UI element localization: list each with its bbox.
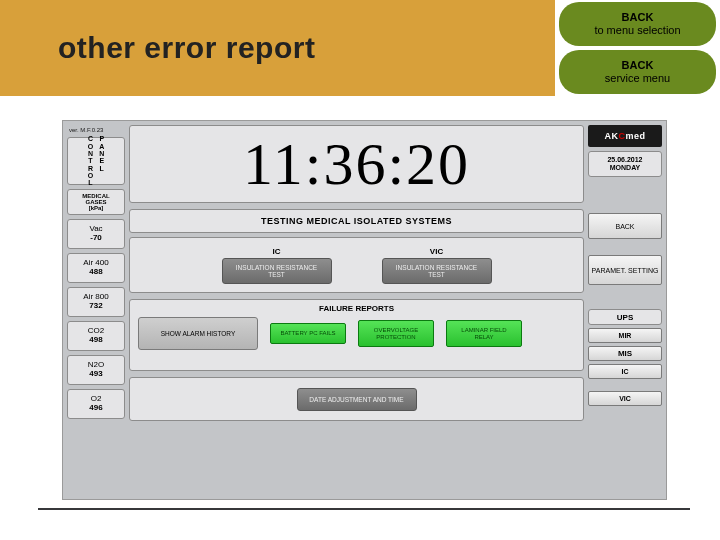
- gas-value: 496: [89, 404, 102, 413]
- clock-display: 11:36:20: [129, 125, 584, 203]
- date-adjustment-button[interactable]: DATE ADJUSTMENT AND TIME: [297, 388, 417, 411]
- ups-vic[interactable]: VIC: [588, 391, 662, 406]
- gas-value: 493: [89, 370, 102, 379]
- gas-vac[interactable]: Vac-70: [67, 219, 125, 249]
- back-button[interactable]: BACK: [588, 213, 662, 239]
- back-service-menu-button[interactable]: BACK service menu: [559, 50, 716, 94]
- ic-label: IC: [273, 247, 281, 256]
- parameter-setting-button[interactable]: PARAMET. SETTING: [588, 255, 662, 285]
- back-label: BACK: [622, 59, 654, 72]
- gas-value: 488: [89, 268, 102, 277]
- horizontal-rule: [38, 508, 690, 510]
- ups-header: UPS: [588, 309, 662, 325]
- gas-value: -70: [90, 234, 102, 243]
- banner-right: BACK to menu selection BACK service menu: [555, 0, 720, 96]
- vic-insulation-test-button[interactable]: INSULATION RESISTANCE TEST: [382, 258, 492, 284]
- battery-pc-fails-button[interactable]: BATTERY PC FAILS: [270, 323, 346, 343]
- brand-b: C: [618, 131, 625, 141]
- gas-air400[interactable]: Air 400488: [67, 253, 125, 283]
- gas-value: 498: [89, 336, 102, 345]
- failure-header: FAILURE REPORTS: [138, 304, 575, 313]
- right-column: AKCmed 25.06.2012 MONDAY BACK PARAMET. S…: [588, 125, 662, 495]
- laminar-field-relay-button[interactable]: LAMINAR FIELD RELAY: [446, 320, 522, 347]
- mg-l3: [kPa]: [89, 205, 104, 211]
- page-title: other error report: [58, 31, 315, 65]
- gas-value: 732: [89, 302, 102, 311]
- control-panel-label: CONTROLPANEL: [67, 137, 125, 185]
- gas-o2[interactable]: O2496: [67, 389, 125, 419]
- left-column: ver. M.F.0.23 CONTROLPANEL MEDICAL GASES…: [67, 125, 125, 495]
- back-label: BACK: [622, 11, 654, 24]
- brand-logo: AKCmed: [588, 125, 662, 147]
- banner-left: other error report: [0, 0, 555, 96]
- date-adjust-panel: DATE ADJUSTMENT AND TIME: [129, 377, 584, 421]
- ic-insulation-test-button[interactable]: INSULATION RESISTANCE TEST: [222, 258, 332, 284]
- overvoltage-protection-button[interactable]: OVERVOLTAGE PROTECTION: [358, 320, 434, 347]
- ups-mir[interactable]: MIR: [588, 328, 662, 343]
- ups-ic[interactable]: IC: [588, 364, 662, 379]
- gas-co2[interactable]: CO2498: [67, 321, 125, 351]
- date-display: 25.06.2012 MONDAY: [588, 151, 662, 177]
- weekday-value: MONDAY: [610, 164, 640, 172]
- gas-n2o[interactable]: N2O493: [67, 355, 125, 385]
- show-alarm-history-button[interactable]: SHOW ALARM HISTORY: [138, 317, 258, 350]
- testing-row: IC INSULATION RESISTANCE TEST VIC INSULA…: [129, 237, 584, 293]
- back-sublabel: to menu selection: [594, 24, 680, 37]
- testing-header: TESTING MEDICAL ISOLATED SYSTEMS: [129, 209, 584, 233]
- back-sublabel: service menu: [605, 72, 670, 85]
- back-menu-selection-button[interactable]: BACK to menu selection: [559, 2, 716, 46]
- title-banner: other error report BACK to menu selectio…: [0, 0, 720, 96]
- device-screen: ver. M.F.0.23 CONTROLPANEL MEDICAL GASES…: [62, 120, 667, 500]
- middle-column: 11:36:20 TESTING MEDICAL ISOLATED SYSTEM…: [129, 125, 584, 495]
- failure-reports-panel: FAILURE REPORTS SHOW ALARM HISTORY BATTE…: [129, 299, 584, 371]
- medical-gases-header: MEDICAL GASES [kPa]: [67, 189, 125, 215]
- gas-air800[interactable]: Air 800732: [67, 287, 125, 317]
- ups-mis[interactable]: MIS: [588, 346, 662, 361]
- brand-c: med: [625, 131, 645, 141]
- vic-label: VIC: [430, 247, 443, 256]
- brand-a: AK: [604, 131, 618, 141]
- date-value: 25.06.2012: [607, 156, 642, 164]
